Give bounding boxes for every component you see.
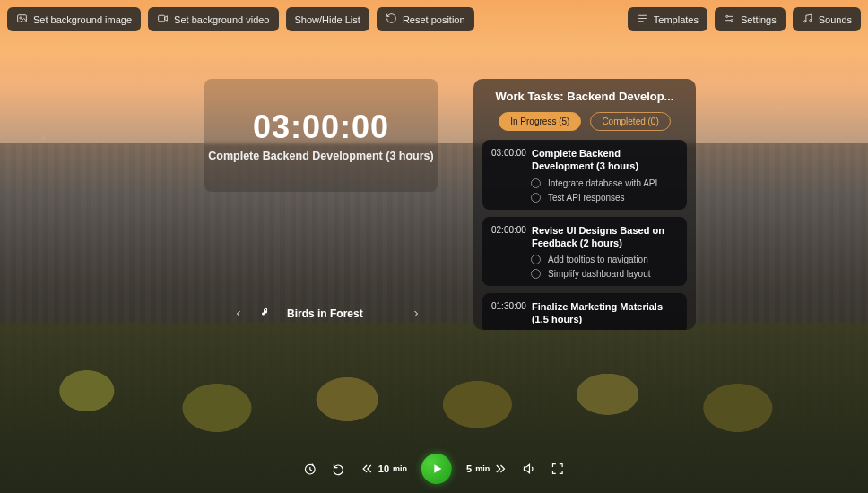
task-card[interactable]: 03:00:00 Complete Backend Development (3… xyxy=(482,140,687,210)
reset-icon xyxy=(386,13,397,26)
svg-point-6 xyxy=(809,20,811,22)
task-card[interactable]: 01:30:00 Finalize Marketing Materials (1… xyxy=(482,293,687,330)
top-toolbar: Set background image Set background vide… xyxy=(7,7,861,31)
svg-point-5 xyxy=(803,21,805,22)
forward-button[interactable]: 5min xyxy=(466,462,508,476)
timer-task-label: Complete Backend Development (3 hours) xyxy=(208,150,433,162)
checkbox-empty-icon[interactable] xyxy=(531,255,541,264)
sound-selector: Birds in Forest xyxy=(233,307,421,320)
fullscreen-button[interactable] xyxy=(551,462,565,476)
checkbox-empty-icon[interactable] xyxy=(531,269,541,279)
timer-display: 03:00:00 xyxy=(253,108,389,146)
tab-completed[interactable]: Completed (0) xyxy=(590,112,670,131)
svg-point-1 xyxy=(20,17,22,19)
settings-label: Settings xyxy=(741,14,777,25)
subtask-item[interactable]: Integrate database with API xyxy=(531,178,678,188)
rewind-unit: min xyxy=(393,464,407,473)
music-note-icon xyxy=(260,307,271,320)
video-icon xyxy=(157,13,169,26)
rewind-icon xyxy=(360,462,375,476)
undo-button[interactable] xyxy=(332,462,346,476)
reset-position-button[interactable]: Reset position xyxy=(377,7,474,31)
set-background-image-label: Set background image xyxy=(33,14,132,25)
subtask-item[interactable]: Add tooltips to navigation xyxy=(531,255,678,264)
top-toolbar-right: Templates Settings Sounds xyxy=(628,7,861,31)
forward-icon xyxy=(493,462,508,476)
subtask-label: Test API responses xyxy=(548,193,625,203)
templates-icon xyxy=(637,13,648,26)
fullscreen-icon xyxy=(551,462,565,476)
rewind-button[interactable]: 10min xyxy=(360,462,407,476)
toggle-list-button[interactable]: Show/Hide List xyxy=(286,7,369,31)
svg-rect-2 xyxy=(159,15,165,22)
top-toolbar-left: Set background image Set background vide… xyxy=(7,7,474,31)
subtask-item[interactable]: Simplify dashboard layout xyxy=(531,269,678,279)
checkbox-empty-icon[interactable] xyxy=(531,193,541,203)
task-panel[interactable]: Work Tasks: Backend Develop... In Progre… xyxy=(473,79,696,330)
tab-in-progress[interactable]: In Progress (5) xyxy=(499,112,581,131)
sound-next-button[interactable] xyxy=(411,308,421,319)
playback-controls: 10min 5min xyxy=(303,454,565,484)
volume-button[interactable] xyxy=(522,462,536,476)
music-note-icon xyxy=(802,13,813,26)
templates-label: Templates xyxy=(654,14,699,25)
subtask-label: Add tooltips to navigation xyxy=(548,255,648,264)
forward-unit: min xyxy=(475,464,490,473)
task-duration: 02:00:00 xyxy=(491,224,526,235)
image-icon xyxy=(16,13,28,26)
undo-icon xyxy=(332,462,346,476)
set-background-video-label: Set background video xyxy=(174,14,269,25)
play-button[interactable] xyxy=(421,454,452,484)
task-card[interactable]: 02:00:00 Revise UI Designs Based on Feed… xyxy=(482,217,687,287)
task-duration: 03:00:00 xyxy=(491,147,526,158)
task-name: Finalize Marketing Materials (1.5 hours) xyxy=(532,300,678,326)
play-icon xyxy=(431,463,444,475)
volume-icon xyxy=(522,462,536,476)
task-name: Revise UI Designs Based on Feedback (2 h… xyxy=(532,224,678,250)
timer-panel[interactable]: 03:00:00 Complete Backend Development (3… xyxy=(204,79,438,192)
task-duration: 01:30:00 xyxy=(491,300,526,311)
subtask-label: Simplify dashboard layout xyxy=(548,269,651,279)
sound-prev-button[interactable] xyxy=(233,308,244,319)
checkbox-empty-icon[interactable] xyxy=(531,178,541,188)
subtask-label: Integrate database with API xyxy=(548,178,657,188)
templates-button[interactable]: Templates xyxy=(628,7,707,31)
task-tabs: In Progress (5) Completed (0) xyxy=(482,112,687,131)
settings-icon xyxy=(724,13,735,26)
rewind-amount: 10 xyxy=(378,463,389,474)
timer-mode-button[interactable] xyxy=(303,462,317,476)
forward-amount: 5 xyxy=(466,463,472,474)
sounds-label: Sounds xyxy=(819,14,852,25)
subtask-item[interactable]: Test API responses xyxy=(531,193,678,203)
task-name: Complete Backend Development (3 hours) xyxy=(532,147,678,173)
sound-track-label: Birds in Forest xyxy=(287,307,363,320)
toggle-list-label: Show/Hide List xyxy=(295,14,360,25)
sounds-button[interactable]: Sounds xyxy=(793,7,861,31)
set-background-image-button[interactable]: Set background image xyxy=(7,7,141,31)
set-background-video-button[interactable]: Set background video xyxy=(148,7,278,31)
reset-position-label: Reset position xyxy=(403,14,465,25)
settings-button[interactable]: Settings xyxy=(715,7,786,31)
svg-point-3 xyxy=(726,15,728,17)
timer-icon xyxy=(303,462,317,476)
svg-point-4 xyxy=(731,20,733,22)
task-panel-title: Work Tasks: Backend Develop... xyxy=(482,90,687,103)
